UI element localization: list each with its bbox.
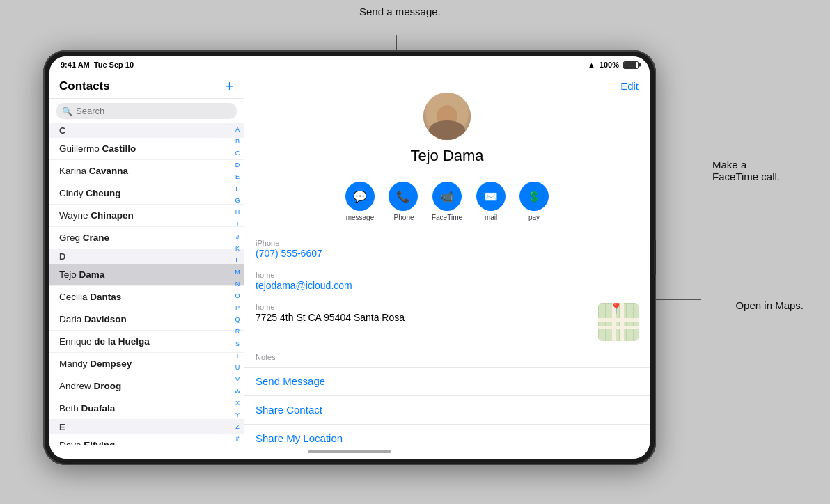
mail-button[interactable]: ✉️: [476, 182, 506, 211]
contact-row[interactable]: Guillermo Castillo: [49, 138, 244, 160]
search-icon: 🔍: [62, 107, 72, 116]
phone-value[interactable]: (707) 555-6607: [256, 248, 639, 259]
sidebar-title: Contacts: [59, 79, 110, 93]
address-row[interactable]: home 7725 4th St CA 95404 Santa Rosa 📍: [244, 297, 650, 347]
message-action: 💬 message: [345, 182, 375, 221]
detail-pane: Edit Tejo Dama 💬 message: [244, 73, 650, 445]
action-buttons: 💬 message 📞 iPhone 📹 FaceTime ✉️: [244, 176, 650, 233]
section-header-d: D: [49, 249, 244, 264]
facetime-button[interactable]: 📹: [432, 182, 462, 211]
callout-send-message: Send a message.: [359, 6, 441, 17]
share-location-row[interactable]: Share My Location: [244, 425, 650, 445]
pay-action: 💲 pay: [519, 182, 549, 221]
contact-row-tejo-dama[interactable]: Tejo Dama: [49, 264, 244, 286]
contact-row[interactable]: Wayne Chinapen: [49, 205, 244, 227]
share-contact-row[interactable]: Share Contact: [244, 396, 650, 425]
share-contact-link[interactable]: Share Contact: [256, 404, 322, 416]
send-message-link[interactable]: Send Message: [256, 375, 325, 387]
contact-row[interactable]: Karina Cavanna: [49, 160, 244, 182]
sidebar: Contacts + 🔍 C Guillermo Castillo Karina…: [49, 73, 244, 445]
facetime-action: 📹 FaceTime: [432, 182, 462, 221]
mail-action: ✉️ mail: [476, 182, 506, 221]
status-date: Tue Sep 10: [94, 61, 134, 69]
section-header-c: C: [49, 123, 244, 138]
edit-button[interactable]: Edit: [620, 80, 639, 92]
message-label: message: [346, 214, 375, 221]
contact-row[interactable]: Cecilia Dantas: [49, 286, 244, 308]
phone-label: iPhone: [256, 239, 639, 247]
email-value[interactable]: tejodama@icloud.com: [256, 280, 639, 291]
wifi-icon: ▲: [588, 61, 595, 69]
contact-row[interactable]: Andrew Droog: [49, 375, 244, 397]
contact-name: Tejo Dama: [410, 147, 483, 165]
map-thumbnail[interactable]: 📍: [598, 303, 639, 341]
ipad-frame: 9:41 AM Tue Sep 10 ▲ 100% Contacts: [43, 50, 656, 465]
add-contact-button[interactable]: +: [225, 79, 234, 94]
avatar: [423, 93, 471, 140]
iphone-button[interactable]: 📞: [389, 182, 418, 211]
contacts-list: C Guillermo Castillo Karina Cavanna Cind…: [49, 123, 244, 445]
contact-row[interactable]: Beth Duafala: [49, 397, 244, 420]
email-label: home: [256, 271, 639, 279]
contact-row[interactable]: Dave Elfving: [49, 434, 244, 445]
send-message-row[interactable]: Send Message: [244, 368, 650, 396]
iphone-label: iPhone: [392, 214, 414, 221]
pay-button[interactable]: 💲: [519, 182, 549, 211]
message-button[interactable]: 💬: [345, 182, 375, 211]
address-value: 7725 4th St CA 95404 Santa Rosa: [256, 312, 405, 323]
section-header-e: E: [49, 420, 244, 434]
search-input[interactable]: [76, 106, 231, 116]
status-time: 9:41 AM: [61, 61, 90, 69]
address-label: home: [256, 303, 405, 311]
contact-row[interactable]: Enrique de la Huelga: [49, 331, 244, 353]
contact-row-mandy-dempsey[interactable]: Mandy Dempsey: [49, 353, 244, 375]
phone-row[interactable]: iPhone (707) 555-6607: [244, 233, 650, 265]
iphone-action: 📞 iPhone: [389, 182, 418, 221]
callout-maps: Open in Maps.: [735, 299, 804, 311]
notes-label: Notes: [256, 353, 639, 361]
scene: Send a message. Make a FaceTime call. Op…: [0, 0, 830, 504]
status-bar: 9:41 AM Tue Sep 10 ▲ 100%: [49, 56, 650, 73]
email-row[interactable]: home tejodama@icloud.com: [244, 265, 650, 297]
pay-label: pay: [528, 214, 540, 221]
content-area: Contacts + 🔍 C Guillermo Castillo Karina…: [49, 73, 650, 445]
search-bar[interactable]: 🔍: [56, 103, 237, 119]
battery-icon: [623, 61, 639, 69]
mail-label: mail: [485, 214, 497, 221]
home-bar: [49, 445, 650, 459]
facetime-label: FaceTime: [432, 214, 462, 221]
side-button[interactable]: [654, 240, 656, 275]
callout-facetime: Make a FaceTime call.: [712, 159, 780, 182]
info-section: iPhone (707) 555-6607 home tejodama@iclo…: [244, 233, 650, 445]
contact-row[interactable]: Darla Davidson: [49, 308, 244, 331]
contact-hero: Tejo Dama: [244, 73, 650, 176]
contact-row[interactable]: Greg Crane: [49, 227, 244, 249]
battery-label: 100%: [600, 61, 619, 69]
sidebar-header: Contacts +: [49, 73, 244, 99]
home-indicator[interactable]: [308, 450, 391, 453]
contact-row[interactable]: Cindy Cheung: [49, 182, 244, 205]
share-location-link[interactable]: Share My Location: [256, 432, 343, 444]
map-pin: 📍: [609, 303, 623, 315]
notes-row: Notes: [244, 347, 650, 368]
ipad-screen: 9:41 AM Tue Sep 10 ▲ 100% Contacts: [49, 56, 650, 459]
